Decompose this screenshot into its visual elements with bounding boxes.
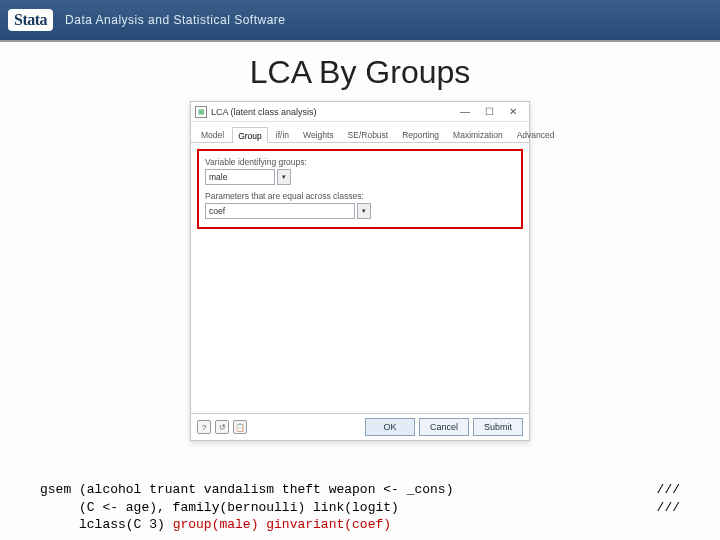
group-variable-field[interactable]: male — [205, 169, 275, 185]
submit-button[interactable]: Submit — [473, 418, 523, 436]
cancel-button[interactable]: Cancel — [419, 418, 469, 436]
dialog-titlebar: ▦ LCA (latent class analysis) — ☐ ✕ — [191, 102, 529, 122]
tab-group[interactable]: Group — [232, 127, 268, 143]
minimize-button[interactable]: — — [453, 103, 477, 121]
close-button[interactable]: ✕ — [501, 103, 525, 121]
param-equal-dropdown-button[interactable]: ▾ — [357, 203, 371, 219]
code-line-2: (C <- age), family(bernoulli) link(logit… — [40, 499, 399, 517]
group-variable-dropdown-button[interactable]: ▾ — [277, 169, 291, 185]
code-continuation-1: /// — [657, 481, 700, 499]
dialog-footer: ? ↺ 📋 OK Cancel Submit — [191, 413, 529, 440]
tab-reporting[interactable]: Reporting — [396, 126, 445, 142]
dialog-tabs: Model Group if/in Weights SE/Robust Repo… — [191, 122, 529, 143]
page-title: LCA By Groups — [0, 54, 720, 91]
ok-button[interactable]: OK — [365, 418, 415, 436]
highlight-region: Variable identifying groups: male ▾ Para… — [197, 149, 523, 229]
reset-icon[interactable]: ↺ — [215, 420, 229, 434]
lca-dialog: ▦ LCA (latent class analysis) — ☐ ✕ Mode… — [190, 101, 530, 441]
label-group-variable: Variable identifying groups: — [205, 157, 515, 167]
dialog-icon: ▦ — [195, 106, 207, 118]
maximize-button[interactable]: ☐ — [477, 103, 501, 121]
tab-weights[interactable]: Weights — [297, 126, 340, 142]
label-param-equal: Parameters that are equal across classes… — [205, 191, 515, 201]
help-icon[interactable]: ? — [197, 420, 211, 434]
code-block: gsem (alcohol truant vandalism theft wea… — [40, 481, 700, 534]
code-line-1: gsem (alcohol truant vandalism theft wea… — [40, 481, 453, 499]
stata-logo: Stata — [8, 9, 53, 31]
dialog-title: LCA (latent class analysis) — [211, 107, 453, 117]
dialog-body: Variable identifying groups: male ▾ Para… — [191, 143, 529, 413]
copy-icon[interactable]: 📋 — [233, 420, 247, 434]
tab-serobust[interactable]: SE/Robust — [342, 126, 395, 142]
code-highlight: group(male) ginvariant(coef) — [173, 517, 391, 532]
app-topbar: Stata Data Analysis and Statistical Soft… — [0, 0, 720, 42]
tab-model[interactable]: Model — [195, 126, 230, 142]
tab-ifin[interactable]: if/in — [270, 126, 295, 142]
code-line-3: lclass(C 3) group(male) ginvariant(coef) — [40, 516, 391, 534]
tab-advanced[interactable]: Advanced — [511, 126, 561, 142]
tagline: Data Analysis and Statistical Software — [65, 13, 285, 27]
code-continuation-2: /// — [657, 499, 700, 517]
tab-maximization[interactable]: Maximization — [447, 126, 509, 142]
param-equal-field[interactable]: coef — [205, 203, 355, 219]
